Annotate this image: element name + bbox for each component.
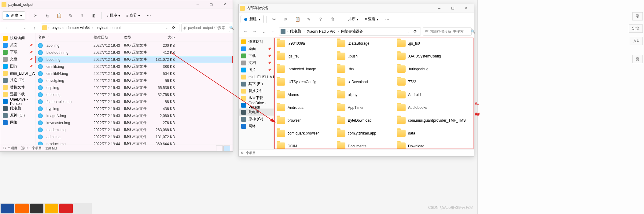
sidebar-item[interactable]: 桌面📌	[239, 45, 274, 52]
paste-icon[interactable]: 📋	[54, 10, 64, 21]
task-icon[interactable]	[30, 204, 43, 213]
paste-icon[interactable]: 📋	[292, 14, 303, 24]
more-icon[interactable]: ⋯	[382, 14, 392, 24]
folder-item[interactable]: Alarms	[277, 91, 333, 98]
folder-item[interactable]: Audiobooks	[397, 104, 454, 111]
sidebar-item[interactable]: 此电脑	[0, 105, 35, 112]
cut-icon[interactable]: ✂	[269, 14, 279, 24]
file-row[interactable]: dsp.img2022/7/12 19:43IMG 压缩文件65,536 KB	[35, 84, 233, 91]
file-row[interactable]: devcfg.img2022/7/12 19:43IMG 压缩文件56 KB	[35, 77, 233, 84]
forward-button[interactable]: →	[12, 24, 20, 32]
share-icon[interactable]: ⇪	[77, 10, 87, 21]
folder-item[interactable]: .DataStorage	[337, 40, 393, 47]
sort-dropdown[interactable]: ↕ 排序 ▾	[104, 12, 123, 19]
sidebar-item[interactable]: miui_ELISH_V13.0	[0, 70, 35, 77]
col-type[interactable]: 类型	[124, 35, 151, 40]
file-row[interactable]: cmnlib.img2022/7/12 19:43IMG 压缩文件388 KB	[35, 63, 233, 70]
folder-item[interactable]: Download	[397, 142, 454, 149]
sidebar-item[interactable]: miui_ELISH_V13.0	[239, 73, 274, 80]
folder-item[interactable]: AppTimer	[337, 104, 393, 111]
view-dropdown[interactable]: ≡ 查看 ▾	[362, 15, 381, 23]
minimize-button[interactable]: ─	[432, 4, 446, 13]
col-date[interactable]: 修改日期	[94, 35, 124, 40]
maximize-button[interactable]: ▢	[446, 4, 459, 13]
file-row[interactable]: imagefv.img2022/7/12 19:43IMG 压缩文件2,060 …	[35, 112, 233, 119]
crumb-2[interactable]: payload_output	[94, 25, 122, 31]
chevron-down-icon[interactable]: ⌄	[166, 26, 168, 29]
sidebar-item[interactable]: OneDrive - Person	[0, 98, 35, 105]
up-button[interactable]: ↑	[269, 27, 277, 36]
sidebar-item[interactable]: 其它 (E:)	[0, 77, 35, 84]
sort-dropdown[interactable]: ↕ 排序 ▾	[343, 15, 361, 23]
refresh-button[interactable]: ⟳	[411, 27, 419, 36]
folder-item[interactable]: data	[397, 130, 454, 137]
folder-item[interactable]: .gs_fs6	[277, 53, 333, 60]
sidebar-item[interactable]: 原神 (G:)	[0, 112, 35, 119]
sidebar-item[interactable]: 原神 (G:)	[239, 116, 274, 123]
breadcrumb[interactable]: › payload_dumper-win64 › payload_output …	[41, 24, 179, 32]
search-box[interactable]: 🔍	[181, 24, 230, 32]
file-row[interactable]: odm.img2022/7/12 19:43IMG 压缩文件131,072 KB	[35, 133, 233, 140]
cut-icon[interactable]: ✂	[31, 10, 41, 21]
copy-icon[interactable]: ⎘	[42, 10, 53, 21]
folder-item[interactable]: .turingdebug	[397, 65, 454, 73]
folder-item[interactable]: Documents	[337, 142, 393, 149]
copy-icon[interactable]: ⎘	[281, 14, 291, 24]
forward-button[interactable]: →	[250, 27, 259, 36]
sidebar-item[interactable]: 下载📌	[0, 49, 35, 56]
sidebar-item[interactable]: 替换文件	[239, 87, 274, 94]
recent-button[interactable]: ⌄	[21, 24, 30, 32]
file-row[interactable]: aop.img2022/7/12 19:43IMG 压缩文件200 KB	[35, 42, 233, 49]
file-row[interactable]: bluetooth.img2022/7/12 19:43IMG 压缩文件412 …	[35, 49, 233, 56]
folder-item[interactable]: 7723	[397, 78, 454, 86]
new-button[interactable]: ⊕新建▾	[2, 11, 25, 20]
sidebar-item[interactable]: 文档📌	[239, 59, 274, 66]
folder-item[interactable]: .jpush	[337, 53, 393, 60]
folder-item[interactable]: .OAIDSystemConfig	[397, 53, 454, 60]
folder-item[interactable]: com.quark.browser	[277, 130, 333, 137]
share-icon[interactable]: ⇪	[315, 14, 326, 24]
close-button[interactable]: ✕	[459, 4, 473, 13]
task-icon[interactable]	[15, 204, 29, 213]
task-icon[interactable]	[1, 204, 14, 213]
file-row[interactable]: boot.img2022/7/12 19:43IMG 压缩文件131,072 K…	[35, 56, 233, 63]
close-button[interactable]: ✕	[218, 0, 231, 9]
folder-item[interactable]: .gs_fs0	[397, 40, 454, 47]
folder-item[interactable]: .protected_image	[277, 65, 333, 73]
sidebar-item[interactable]: OneDrive - Person	[239, 101, 274, 109]
folder-item[interactable]: com.yizhikan.app	[337, 130, 393, 137]
folder-item[interactable]: .tbs	[337, 65, 393, 73]
sidebar-item[interactable]: 快速访问	[0, 35, 35, 42]
view-dropdown[interactable]: ≡ 查看 ▾	[124, 12, 142, 19]
recent-button[interactable]: ⌄	[259, 27, 268, 36]
titlebar[interactable]: payload_output ─ ▢ ✕	[0, 0, 233, 9]
crumb-3[interactable]: 内部存储设备	[340, 28, 364, 35]
view-list-button[interactable]	[216, 146, 223, 151]
more-icon[interactable]: ⋯	[144, 10, 154, 21]
breadcrumb[interactable]: › 此电脑 › Xiaomi Pad 5 Pro › 内部存储设备 ⌄ ⟳	[279, 27, 421, 36]
sidebar-item[interactable]: 网络	[239, 123, 274, 130]
folder-item[interactable]: .xlDownload	[337, 78, 393, 86]
folder-item[interactable]: .7934039a	[277, 40, 333, 47]
back-button[interactable]: ←	[241, 27, 250, 36]
task-icon[interactable]	[45, 204, 58, 213]
task-icon[interactable]	[59, 204, 73, 213]
folder-item[interactable]: ByteDownload	[337, 117, 393, 124]
file-row[interactable]: keymaster.img2022/7/12 19:43IMG 压缩文件276 …	[35, 119, 233, 126]
up-button[interactable]: ↑	[30, 24, 39, 32]
sidebar-item[interactable]: 图片📌	[0, 63, 35, 70]
sidebar-item[interactable]: 下载📌	[239, 52, 274, 59]
file-row[interactable]: featenabler.img2022/7/12 19:43IMG 压缩文件88…	[35, 98, 233, 105]
sidebar-item[interactable]: 文档📌	[0, 56, 35, 63]
search-box[interactable]: 🔍	[423, 27, 472, 36]
delete-icon[interactable]: 🗑	[89, 10, 99, 21]
folder-item[interactable]: Android	[397, 91, 454, 98]
col-name[interactable]: 名称⌃	[35, 35, 94, 40]
minimize-button[interactable]: ─	[191, 0, 204, 9]
search-input[interactable]	[425, 29, 471, 34]
col-size[interactable]: 大小	[151, 35, 178, 40]
titlebar[interactable]: 内部存储设备 ─ ▢ ✕	[239, 4, 474, 13]
back-button[interactable]: ←	[3, 24, 11, 32]
sidebar-item[interactable]: 替换文件	[0, 84, 35, 91]
file-row[interactable]: cmnlib64.img2022/7/12 19:43IMG 压缩文件504 K…	[35, 70, 233, 77]
